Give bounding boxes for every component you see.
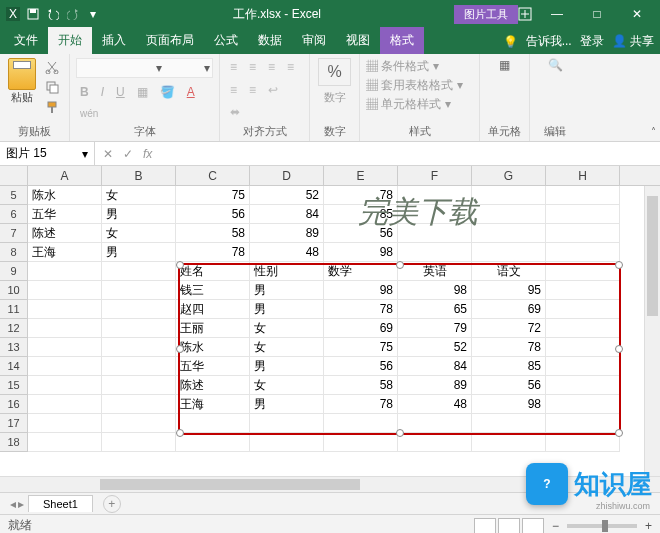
cell[interactable]: 85 (324, 205, 398, 224)
fx-icon[interactable]: fx (143, 147, 152, 161)
tab-review[interactable]: 审阅 (292, 27, 336, 54)
cell[interactable]: 英语 (398, 262, 472, 281)
cell[interactable] (472, 224, 546, 243)
cell[interactable]: 女 (102, 186, 176, 205)
collapse-ribbon-icon[interactable]: ˄ (651, 126, 656, 137)
col-B[interactable]: B (102, 166, 176, 185)
cell[interactable]: 69 (472, 300, 546, 319)
cancel-formula-icon[interactable]: ✕ (103, 147, 113, 161)
cell[interactable] (546, 224, 620, 243)
cell[interactable]: 男 (250, 300, 324, 319)
col-E[interactable]: E (324, 166, 398, 185)
cell[interactable] (546, 414, 620, 433)
cell[interactable]: 陈述 (28, 224, 102, 243)
cell[interactable] (102, 357, 176, 376)
cell[interactable] (102, 376, 176, 395)
zoom-slider[interactable] (567, 524, 637, 528)
cell[interactable] (398, 243, 472, 262)
italic-button[interactable]: I (97, 83, 108, 101)
fill-color-icon[interactable]: 🪣 (156, 83, 179, 101)
name-box[interactable]: 图片 15▾ (0, 142, 95, 165)
cell[interactable]: 56 (324, 224, 398, 243)
cell[interactable] (176, 414, 250, 433)
tab-format[interactable]: 格式 (380, 27, 424, 54)
align-bot-icon[interactable]: ≡ (264, 58, 279, 76)
conditional-format-button[interactable]: ▦ 条件格式 ▾ (366, 58, 439, 75)
col-A[interactable]: A (28, 166, 102, 185)
sheet-prev-icon[interactable]: ◂ (10, 497, 16, 511)
align-left-icon[interactable]: ≡ (283, 58, 298, 76)
row-15[interactable]: 15 (0, 376, 28, 395)
align-top-icon[interactable]: ≡ (226, 58, 241, 76)
cell[interactable] (28, 338, 102, 357)
cell[interactable]: 女 (250, 319, 324, 338)
cell[interactable]: 性别 (250, 262, 324, 281)
border-icon[interactable]: ▦ (133, 83, 152, 101)
cell[interactable]: 男 (250, 357, 324, 376)
cell[interactable]: 84 (398, 357, 472, 376)
row-6[interactable]: 6 (0, 205, 28, 224)
cell[interactable]: 58 (176, 224, 250, 243)
signin-link[interactable]: 登录 (580, 33, 604, 50)
view-pagelayout-icon[interactable] (498, 518, 520, 534)
cell[interactable] (28, 395, 102, 414)
cell[interactable] (546, 376, 620, 395)
cell[interactable]: 陈水 (176, 338, 250, 357)
align-mid-icon[interactable]: ≡ (245, 58, 260, 76)
cell[interactable]: 男 (102, 243, 176, 262)
tell-me[interactable]: 告诉我... (526, 33, 572, 50)
cell[interactable]: 75 (176, 186, 250, 205)
number-format-button[interactable]: % (318, 58, 350, 86)
cell[interactable] (102, 281, 176, 300)
cell[interactable]: 48 (250, 243, 324, 262)
row-10[interactable]: 10 (0, 281, 28, 300)
cell[interactable]: 78 (176, 243, 250, 262)
cell[interactable]: 79 (398, 319, 472, 338)
cell[interactable]: 男 (250, 281, 324, 300)
vertical-scrollbar[interactable] (644, 186, 660, 476)
cell[interactable] (102, 395, 176, 414)
row-17[interactable]: 17 (0, 414, 28, 433)
cells-icon[interactable]: ▦ (499, 58, 510, 72)
cell[interactable] (28, 262, 102, 281)
cell[interactable]: 78 (324, 186, 398, 205)
cell[interactable]: 56 (324, 357, 398, 376)
cell[interactable] (250, 414, 324, 433)
cell[interactable] (398, 224, 472, 243)
cell[interactable] (546, 300, 620, 319)
cell[interactable] (324, 433, 398, 452)
cell[interactable]: 陈述 (176, 376, 250, 395)
merge-icon[interactable]: ⬌ (226, 103, 244, 121)
redo-icon[interactable] (66, 7, 80, 21)
cell[interactable]: 85 (472, 357, 546, 376)
cell[interactable]: 75 (324, 338, 398, 357)
tab-formulas[interactable]: 公式 (204, 27, 248, 54)
cell[interactable] (546, 205, 620, 224)
cell[interactable]: 王海 (176, 395, 250, 414)
view-pagebreak-icon[interactable] (522, 518, 544, 534)
sheet-tab-1[interactable]: Sheet1 (28, 495, 93, 512)
underline-button[interactable]: U (112, 83, 129, 101)
cell[interactable]: 52 (398, 338, 472, 357)
cell[interactable] (176, 433, 250, 452)
view-normal-icon[interactable] (474, 518, 496, 534)
tab-data[interactable]: 数据 (248, 27, 292, 54)
row-5[interactable]: 5 (0, 186, 28, 205)
cell[interactable] (28, 376, 102, 395)
select-all-corner[interactable] (0, 166, 28, 185)
cell[interactable]: 65 (398, 300, 472, 319)
share-button[interactable]: 👤 共享 (612, 33, 654, 50)
cell[interactable] (546, 319, 620, 338)
align-center-icon[interactable]: ≡ (226, 81, 241, 99)
cell-style-button[interactable]: ▦ 单元格样式 ▾ (366, 96, 451, 113)
tab-view[interactable]: 视图 (336, 27, 380, 54)
cell[interactable] (28, 319, 102, 338)
cell[interactable] (472, 243, 546, 262)
cell[interactable]: 56 (472, 376, 546, 395)
cell[interactable] (28, 414, 102, 433)
cell[interactable] (324, 414, 398, 433)
worksheet-grid[interactable]: A B C D E F G H 56789101112131415161718 … (0, 166, 660, 476)
cell[interactable] (102, 262, 176, 281)
cell[interactable]: 52 (250, 186, 324, 205)
zoom-in-button[interactable]: + (645, 519, 652, 533)
